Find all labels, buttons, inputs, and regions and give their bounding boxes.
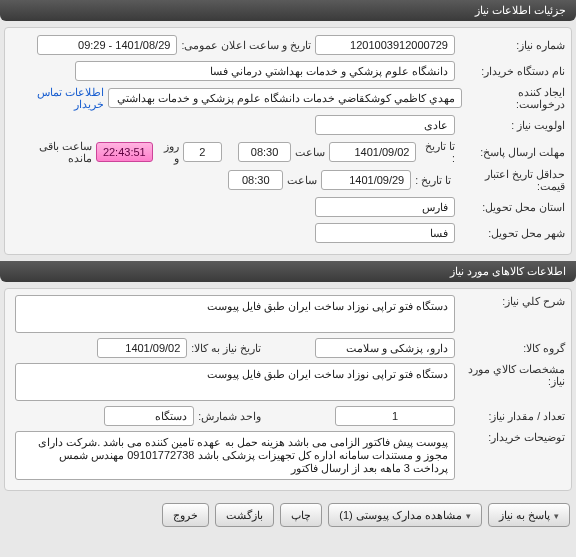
respond-button-label: پاسخ به نیاز — [499, 509, 550, 522]
label-group: گروه کالا: — [455, 342, 565, 354]
label-remaining: ساعت باقی مانده — [11, 140, 96, 164]
link-buyer-contact[interactable]: اطلاعات تماس خریدار — [11, 86, 104, 110]
timer-remaining: 22:43:51 — [96, 142, 153, 162]
label-qty: تعداد / مقدار نیاز: — [455, 410, 565, 422]
field-priority: عادی — [315, 115, 455, 135]
field-need-number: 1201003912000729 — [315, 35, 455, 55]
label-days-text: روز و — [153, 140, 183, 164]
panel-need-info: شماره نیاز: 1201003912000729 تاریخ و ساع… — [4, 27, 572, 255]
field-spec: دستگاه فتو تراپی نوزاد ساخت ایران طبق فا… — [15, 363, 455, 401]
field-qty: 1 — [335, 406, 455, 426]
attachments-button-label: مشاهده مدارک پیوستی (1) — [339, 509, 462, 522]
field-deadline-time: 08:30 — [238, 142, 291, 162]
back-button-label: بازگشت — [226, 509, 263, 522]
field-unit: دستگاه — [104, 406, 194, 426]
back-button[interactable]: بازگشت — [215, 503, 274, 527]
field-validity-date: 1401/09/29 — [321, 170, 411, 190]
label-buyer-org: نام دستگاه خریدار: — [455, 65, 565, 77]
header-items-info: اطلاعات کالاهای مورد نیاز — [0, 261, 576, 282]
field-need-date: 1401/09/02 — [97, 338, 187, 358]
chevron-down-icon — [554, 509, 559, 521]
label-city: شهر محل تحویل: — [455, 227, 565, 239]
label-spec: مشخصات کالاي مورد نیاز: — [455, 363, 565, 387]
field-province: فارس — [315, 197, 455, 217]
label-until-1: تا تاریخ : — [416, 140, 458, 164]
label-province: استان محل تحویل: — [455, 201, 565, 213]
exit-button[interactable]: خروج — [162, 503, 209, 527]
field-desc: دستگاه فتو تراپی نوزاد ساخت ایران طبق فا… — [15, 295, 455, 333]
print-button[interactable]: چاپ — [280, 503, 322, 527]
respond-button[interactable]: پاسخ به نیاز — [488, 503, 570, 527]
label-priority: اولویت نیاز : — [455, 119, 565, 131]
label-need-date: تاریخ نیاز به کالا: — [187, 342, 265, 354]
field-city: فسا — [315, 223, 455, 243]
exit-button-label: خروج — [173, 509, 198, 522]
attachments-button[interactable]: مشاهده مدارک پیوستی (1) — [328, 503, 482, 527]
field-announce: 1401/08/29 - 09:29 — [37, 35, 177, 55]
label-creator: ایجاد کننده درخواست: — [462, 86, 565, 110]
panel-items-info: شرح کلي نیاز: دستگاه فتو تراپی نوزاد ساخ… — [4, 288, 572, 491]
print-button-label: چاپ — [291, 509, 311, 522]
label-time-2: ساعت — [283, 174, 321, 186]
field-buyer-notes: پیوست پیش فاکتور الزامی می باشد هزینه حم… — [15, 431, 455, 480]
label-unit: واحد شمارش: — [194, 410, 265, 422]
button-bar: پاسخ به نیاز مشاهده مدارک پیوستی (1) چاپ… — [0, 497, 576, 533]
label-time-1: ساعت — [291, 146, 329, 158]
label-validity: حداقل تاریخ اعتبار قیمت: — [455, 168, 565, 192]
label-deadline: مهلت ارسال پاسخ: — [459, 146, 565, 158]
label-buyer-notes: توضیحات خریدار: — [455, 431, 565, 443]
field-validity-time: 08:30 — [228, 170, 283, 190]
field-days-count: 2 — [183, 142, 222, 162]
field-deadline-date: 1401/09/02 — [329, 142, 416, 162]
label-until-2: تا تاریخ : — [411, 174, 455, 186]
field-buyer-org: دانشگاه علوم پزشکي و خدمات بهداشتي درمان… — [75, 61, 455, 81]
label-desc: شرح کلي نیاز: — [455, 295, 565, 307]
label-announce: تاریخ و ساعت اعلان عمومی: — [177, 39, 315, 51]
chevron-down-icon — [466, 509, 471, 521]
header-need-info: جزئیات اطلاعات نیاز — [0, 0, 576, 21]
field-creator: مهدي کاظمي کوشکقاضي خدمات دانشگاه علوم پ… — [108, 88, 463, 108]
label-need-number: شماره نیاز: — [455, 39, 565, 51]
field-group: دارو، پزشکی و سلامت — [315, 338, 455, 358]
